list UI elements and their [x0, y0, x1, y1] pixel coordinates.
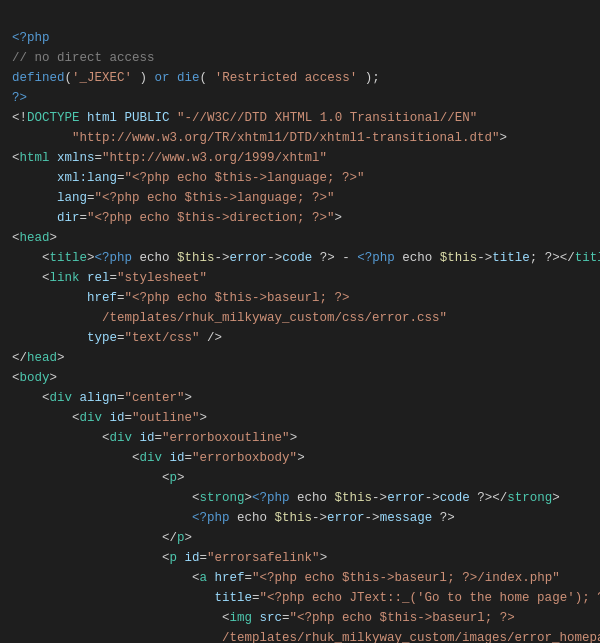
code-editor: <?php // no direct access defined('_JEXE… — [12, 8, 588, 643]
